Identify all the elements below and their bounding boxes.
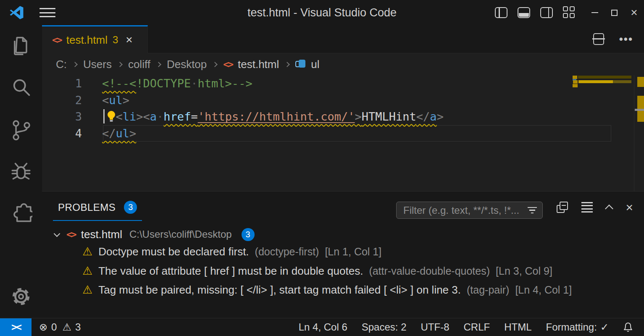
code-token: </ [416, 110, 430, 123]
code-lines: <!--<!DOCTYPE·html>--><ul> <li><a·href='… [102, 75, 615, 142]
chevron-right-icon [72, 62, 78, 67]
symbol-element-icon [295, 60, 305, 69]
activity-bar [0, 25, 42, 318]
chevron-down-icon[interactable] [54, 230, 60, 237]
tab-test-html[interactable]: <> test.html 3 × [42, 25, 148, 53]
breadcrumb-coliff[interactable]: coliff [128, 58, 150, 71]
breadcrumb-file[interactable]: test.html [238, 58, 279, 71]
minimap-mark [573, 84, 578, 87]
code-token: < [143, 110, 150, 123]
problems-file-group[interactable]: <> test.html C:\Users\coliff\Desktop 3 [42, 226, 644, 242]
lightbulb-icon[interactable] [106, 110, 117, 123]
problems-file-path: C:\Users\coliff\Desktop [129, 228, 232, 240]
menu-icon[interactable] [39, 8, 55, 17]
chevron-right-icon [156, 62, 161, 67]
minimap-mark [573, 80, 578, 84]
filter-input[interactable] [403, 205, 525, 216]
check-icon: ✓ [600, 321, 609, 333]
html-file-icon: <> [52, 34, 61, 45]
code-line[interactable]: <ul> [102, 92, 615, 109]
status-line-col[interactable]: Ln 4, Col 6 [299, 321, 347, 333]
breadcrumb-desktop[interactable]: Desktop [167, 58, 207, 71]
settings-gear-icon[interactable] [0, 276, 42, 317]
minimap-mark [613, 80, 631, 83]
toggle-primary-sidebar-icon[interactable] [495, 7, 507, 18]
view-as-table-icon[interactable] [581, 202, 593, 213]
problems-filter[interactable] [396, 202, 543, 219]
line-number: 3 [42, 108, 102, 125]
collapse-all-icon[interactable] [557, 202, 568, 213]
panel-header: PROBLEMS 3 × [42, 192, 644, 223]
code-line[interactable]: <!--<!DOCTYPE·html>--> [102, 75, 615, 92]
error-count: 0 [51, 321, 57, 333]
problem-rule: (doctype-first) [255, 246, 319, 258]
problem-location: [Ln 3, Col 9] [496, 265, 552, 277]
search-icon[interactable] [0, 67, 42, 108]
problem-message: Tag must be paired, missing: [ </li> ], … [98, 284, 461, 297]
line-number: 1 [42, 75, 102, 92]
status-eol[interactable]: CRLF [464, 321, 490, 333]
close-panel-icon[interactable]: × [626, 201, 633, 214]
tab-close-icon[interactable]: × [126, 33, 132, 47]
source-control-icon[interactable] [0, 108, 42, 150]
overview-ruler-warning-mark [637, 77, 644, 87]
tab-problems[interactable]: PROBLEMS 3 [53, 192, 142, 223]
editor-group: <> test.html 3 × ••• C: Users coliff Des… [42, 25, 644, 191]
customize-layout-icon[interactable] [563, 6, 576, 19]
minimap-mark [578, 76, 631, 79]
notifications-bell-icon[interactable] [623, 322, 633, 333]
toggle-secondary-sidebar-icon[interactable] [540, 7, 553, 18]
status-formatting[interactable]: Formatting: ✓ [546, 321, 609, 333]
code-token: ul [109, 94, 123, 107]
minimize-button[interactable] [585, 0, 605, 25]
gutter: 1234 [42, 75, 102, 142]
minimap-mark [578, 80, 613, 83]
problem-message: The value of attribute [ href ] must be … [98, 265, 363, 278]
status-problems[interactable]: ⊗ 0 ⚠ 3 [39, 321, 81, 333]
code-token: > [136, 110, 143, 123]
chevron-right-icon [212, 62, 218, 67]
more-actions-icon[interactable]: ••• [619, 33, 633, 46]
line-number: 4 [42, 125, 102, 142]
file-problem-count-badge: 3 [242, 228, 255, 241]
code-token: <!--< [102, 77, 136, 90]
tab-problem-count: 3 [113, 34, 118, 46]
close-window-button[interactable]: × [624, 0, 644, 25]
status-indentation[interactable]: Spaces: 2 [362, 321, 407, 333]
maximize-button[interactable] [605, 0, 624, 25]
warning-count: 3 [75, 321, 81, 333]
code-token: > [129, 127, 136, 140]
problem-location: [Ln 1, Col 1] [325, 246, 381, 258]
problem-item[interactable]: ⚠The value of attribute [ href ] must be… [42, 262, 644, 281]
code-token: a [430, 110, 436, 123]
status-bar: >< ⊗ 0 ⚠ 3 Ln 4, Col 6 Spaces: 2 UTF-8 C… [0, 318, 644, 336]
status-language[interactable]: HTML [504, 321, 531, 333]
titlebar: test.html - Visual Studio Code × [0, 0, 644, 25]
maximize-panel-icon[interactable] [605, 205, 614, 213]
explorer-icon[interactable] [0, 25, 42, 67]
remote-indicator[interactable]: >< [0, 318, 32, 336]
extensions-icon[interactable] [0, 192, 42, 233]
split-editor-icon[interactable] [593, 33, 604, 45]
minimap[interactable] [573, 75, 634, 191]
toggle-panel-icon[interactable] [518, 7, 530, 18]
problems-file-name: test.html [81, 228, 122, 241]
breadcrumb-drive[interactable]: C: [56, 58, 67, 71]
code-token: ul [116, 127, 130, 140]
breadcrumb-users[interactable]: Users [83, 58, 112, 71]
code-editor[interactable]: 1234 <!--<!DOCTYPE·html>--><ul> <li><a·h… [42, 75, 644, 191]
run-and-debug-icon[interactable] [0, 150, 42, 192]
code-line[interactable]: </ul> [102, 125, 615, 142]
error-icon: ⊗ [39, 321, 47, 333]
breadcrumb: C: Users coliff Desktop <> test.html ul [42, 53, 644, 75]
problems-count-badge: 3 [124, 201, 137, 214]
problem-item[interactable]: ⚠Tag must be paired, missing: [ </li> ],… [42, 281, 644, 300]
problem-item[interactable]: ⚠Doctype must be declared first.(doctype… [42, 242, 644, 262]
link-token[interactable]: 'https://htmlhint.com/' [198, 110, 355, 123]
warning-icon: ⚠ [82, 284, 92, 296]
status-encoding[interactable]: UTF-8 [421, 321, 449, 333]
remote-icon: >< [11, 321, 20, 333]
breadcrumb-symbol[interactable]: ul [311, 58, 319, 71]
tab-label: test.html [66, 34, 108, 47]
code-line[interactable]: <li><a·href='https://htmlhint.com/'>HTML… [102, 108, 615, 125]
